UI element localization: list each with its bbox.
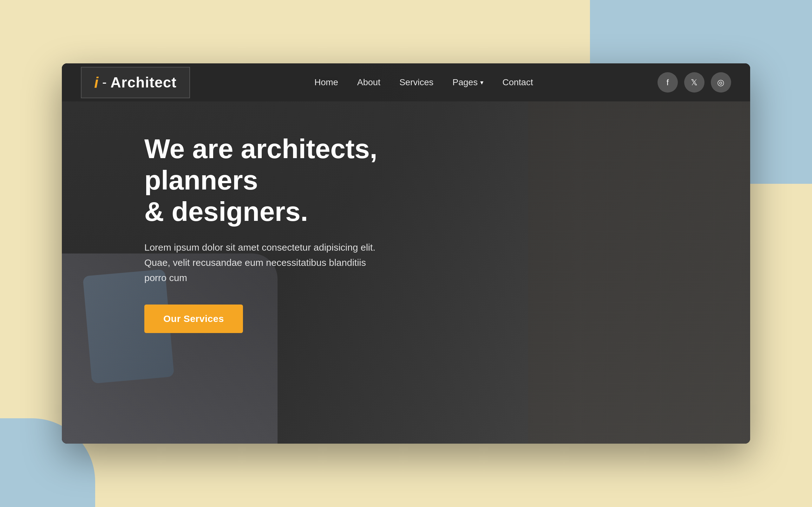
- browser-window: i - Architect Home About Services Pages …: [62, 63, 750, 444]
- navbar: i - Architect Home About Services Pages …: [62, 63, 750, 101]
- logo-text: Architect: [110, 74, 176, 91]
- hero-content: We are architects, planners & designers.…: [144, 133, 461, 333]
- instagram-button[interactable]: ◎: [711, 72, 731, 93]
- nav-link-about[interactable]: About: [357, 77, 380, 87]
- hero-title-line2: & designers.: [144, 196, 308, 227]
- nav-item-services[interactable]: Services: [399, 77, 433, 88]
- pages-dropdown-arrow: ▾: [480, 78, 484, 86]
- nav-item-pages[interactable]: Pages ▾: [453, 77, 484, 88]
- logo-dash: -: [102, 75, 107, 90]
- hero-title: We are architects, planners & designers.: [144, 133, 461, 227]
- facebook-icon: f: [666, 78, 669, 88]
- twitter-button[interactable]: 𝕏: [684, 72, 705, 93]
- logo-icon: i: [94, 74, 98, 91]
- nav-links: Home About Services Pages ▾ Contact: [314, 77, 533, 88]
- nav-item-contact[interactable]: Contact: [502, 77, 533, 88]
- instagram-icon: ◎: [717, 78, 724, 88]
- nav-link-home[interactable]: Home: [314, 77, 338, 87]
- social-icons: f 𝕏 ◎: [658, 72, 731, 93]
- nav-link-contact[interactable]: Contact: [502, 77, 533, 87]
- nav-link-pages[interactable]: Pages: [453, 77, 478, 88]
- twitter-icon: 𝕏: [691, 78, 698, 88]
- facebook-button[interactable]: f: [658, 72, 678, 93]
- hero-description: Lorem ipsum dolor sit amet consectetur a…: [144, 240, 386, 285]
- nav-item-about[interactable]: About: [357, 77, 380, 88]
- our-services-button[interactable]: Our Services: [144, 304, 243, 333]
- nav-item-home[interactable]: Home: [314, 77, 338, 88]
- hero-title-line1: We are architects, planners: [144, 133, 377, 195]
- logo-area[interactable]: i - Architect: [81, 67, 190, 98]
- nav-link-services[interactable]: Services: [399, 77, 433, 87]
